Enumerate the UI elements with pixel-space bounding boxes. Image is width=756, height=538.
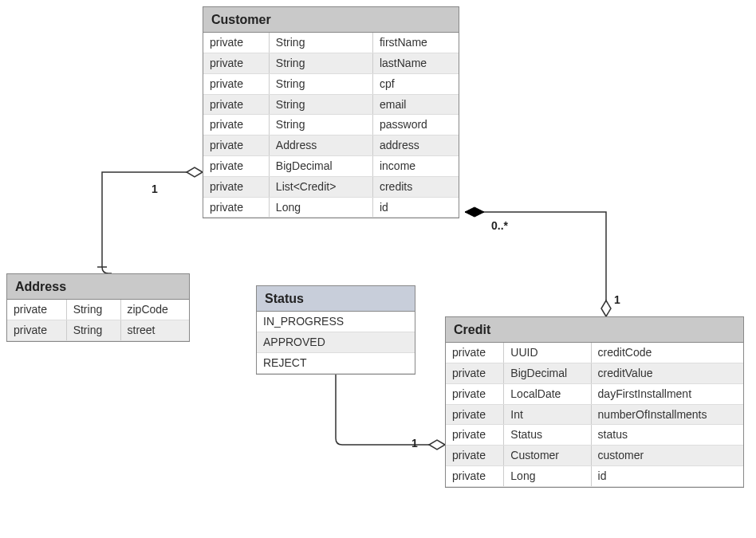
- attribute-row: privateStatusstatus: [446, 425, 743, 446]
- attribute-vis: private: [446, 343, 504, 363]
- attribute-vis: private: [446, 383, 504, 404]
- attribute-row: privateStringpassword: [203, 115, 459, 135]
- attribute-vis: private: [203, 94, 269, 115]
- attribute-row: privateLocalDatedayFirstInstallment: [446, 383, 743, 404]
- attribute-vis: private: [446, 465, 504, 486]
- attribute-name: id: [591, 465, 743, 486]
- attribute-vis: private: [203, 53, 269, 73]
- attribute-type: BigDecimal: [269, 155, 372, 176]
- attribute-name: firstName: [372, 33, 459, 53]
- enum-value-row: APPROVED: [257, 332, 415, 352]
- attributes-table: privateStringzipCodeprivateStringstreet: [7, 300, 189, 341]
- attribute-name: dayFirstInstallment: [591, 383, 743, 404]
- attribute-row: privateStringfirstName: [203, 33, 459, 53]
- attribute-type: Int: [504, 404, 591, 425]
- attribute-vis: private: [203, 176, 269, 197]
- attribute-type: Address: [269, 135, 372, 156]
- attribute-type: Long: [269, 197, 372, 218]
- class-credit: Credit privateUUIDcreditCodeprivateBigDe…: [445, 316, 744, 488]
- enum-status: Status IN_PROGRESSAPPROVEDREJECT: [256, 285, 415, 375]
- attribute-vis: private: [203, 33, 269, 53]
- svg-marker-3: [465, 207, 484, 217]
- attribute-type: String: [66, 300, 120, 320]
- attribute-type: String: [269, 33, 372, 53]
- attribute-vis: private: [203, 73, 269, 94]
- attribute-type: String: [269, 94, 372, 115]
- attribute-row: privateCustomercustomer: [446, 446, 743, 466]
- attributes-table: privateUUIDcreditCodeprivateBigDecimalcr…: [446, 343, 743, 487]
- attribute-row: privateList<Credit>credits: [203, 176, 459, 197]
- attribute-name: customer: [591, 446, 743, 466]
- class-title: Address: [7, 274, 189, 300]
- enum-value: APPROVED: [257, 332, 415, 352]
- multiplicity-customer-address: 1: [152, 183, 158, 195]
- attribute-row: privateStringzipCode: [7, 300, 189, 320]
- attribute-row: privateBigDecimalcreditValue: [446, 363, 743, 383]
- attribute-vis: private: [446, 363, 504, 383]
- attribute-vis: private: [446, 404, 504, 425]
- attribute-row: privateAddressaddress: [203, 135, 459, 156]
- attribute-type: List<Credit>: [269, 176, 372, 197]
- attribute-name: street: [120, 320, 189, 340]
- attribute-type: LocalDate: [504, 383, 591, 404]
- attribute-name: password: [372, 115, 459, 135]
- attribute-type: String: [269, 115, 372, 135]
- attribute-type: String: [269, 53, 372, 73]
- attribute-name: numberOfInstallments: [591, 404, 743, 425]
- attribute-name: status: [591, 425, 743, 446]
- attribute-name: email: [372, 94, 459, 115]
- class-title: Status: [257, 286, 415, 312]
- attribute-row: privateStringstreet: [7, 320, 189, 340]
- attribute-row: privateStringcpf: [203, 73, 459, 94]
- enum-value: REJECT: [257, 352, 415, 373]
- attribute-type: Long: [504, 465, 591, 486]
- attribute-name: address: [372, 135, 459, 156]
- multiplicity-credit-customer: 1: [614, 293, 620, 306]
- attribute-name: id: [372, 197, 459, 218]
- attribute-type: BigDecimal: [504, 363, 591, 383]
- attribute-name: zipCode: [120, 300, 189, 320]
- attribute-name: creditValue: [591, 363, 743, 383]
- enum-value-row: IN_PROGRESS: [257, 312, 415, 332]
- enum-values-table: IN_PROGRESSAPPROVEDREJECT: [257, 312, 415, 373]
- attribute-vis: private: [7, 320, 66, 340]
- multiplicity-credit-status: 1: [411, 437, 418, 450]
- attribute-type: UUID: [504, 343, 591, 363]
- attribute-type: String: [269, 73, 372, 94]
- attribute-row: privateLongid: [446, 465, 743, 486]
- class-address: Address privateStringzipCodeprivateStrin…: [6, 273, 190, 342]
- attribute-name: cpf: [372, 73, 459, 94]
- attribute-row: privateLongid: [203, 197, 459, 218]
- enum-value: IN_PROGRESS: [257, 312, 415, 332]
- attribute-vis: private: [203, 115, 269, 135]
- attributes-table: privateStringfirstNameprivateStringlastN…: [203, 33, 459, 218]
- attribute-row: privateIntnumberOfInstallments: [446, 404, 743, 425]
- multiplicity-customer-credits: 0..*: [491, 219, 508, 232]
- attribute-type: Customer: [504, 446, 591, 466]
- svg-marker-4: [601, 300, 611, 316]
- attribute-vis: private: [446, 425, 504, 446]
- class-title: Credit: [446, 317, 743, 343]
- attribute-type: Status: [504, 425, 591, 446]
- attribute-vis: private: [203, 197, 269, 218]
- enum-value-row: REJECT: [257, 352, 415, 373]
- attribute-vis: private: [203, 155, 269, 176]
- attribute-name: credits: [372, 176, 459, 197]
- svg-marker-0: [187, 167, 203, 177]
- class-customer: Customer privateStringfirstNameprivateSt…: [203, 6, 459, 218]
- attribute-vis: private: [203, 135, 269, 156]
- attribute-name: creditCode: [591, 343, 743, 363]
- attribute-row: privateStringemail: [203, 94, 459, 115]
- attribute-row: privateUUIDcreditCode: [446, 343, 743, 363]
- attribute-row: privateStringlastName: [203, 53, 459, 73]
- attribute-vis: private: [7, 300, 66, 320]
- attribute-row: privateBigDecimalincome: [203, 155, 459, 176]
- attribute-name: lastName: [372, 53, 459, 73]
- attribute-type: String: [66, 320, 120, 340]
- attribute-vis: private: [446, 446, 504, 466]
- class-title: Customer: [203, 7, 459, 33]
- svg-marker-5: [429, 440, 445, 450]
- attribute-name: income: [372, 155, 459, 176]
